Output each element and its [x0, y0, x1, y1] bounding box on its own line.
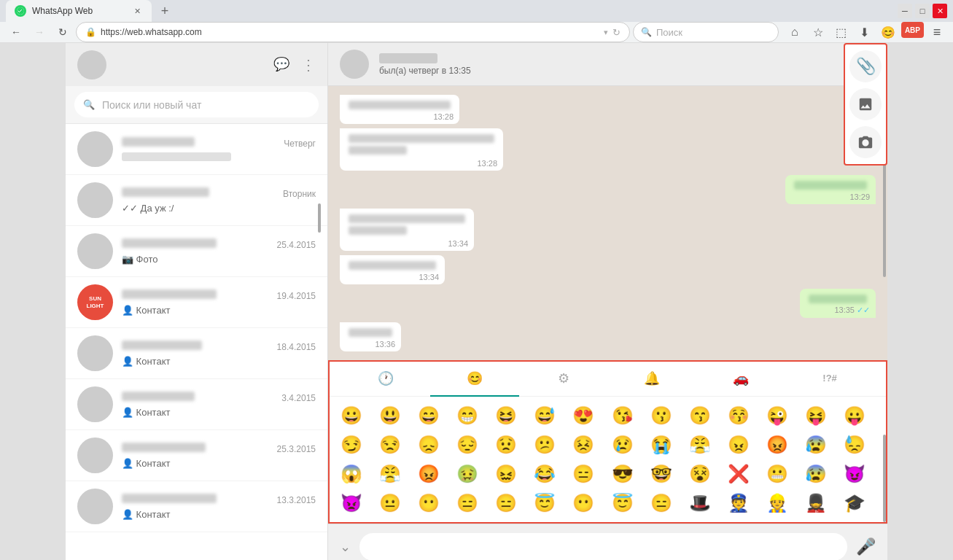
emoji-item[interactable]: 😣: [570, 432, 596, 458]
emoji-item[interactable]: 😬: [764, 461, 790, 487]
expand-icon[interactable]: ⌄: [340, 539, 351, 555]
emoji-item[interactable]: 😑: [454, 490, 481, 516]
emoji-item[interactable]: 😟: [493, 432, 519, 458]
emoji-item[interactable]: 😒: [377, 432, 403, 458]
emoji-item[interactable]: 🎓: [841, 490, 868, 516]
close-button[interactable]: ✕: [933, 4, 947, 18]
emoji-item[interactable]: 😓: [841, 432, 868, 458]
emoji-item[interactable]: 👿: [338, 490, 365, 516]
emoji-item[interactable]: 😅: [532, 402, 558, 429]
emoji-item[interactable]: 😠: [726, 432, 752, 458]
emoji-item[interactable]: 😁: [454, 402, 481, 429]
reload-button[interactable]: ↻: [52, 22, 73, 42]
emoji-item[interactable]: 😘: [610, 402, 636, 429]
reload-icon[interactable]: ↻: [612, 27, 621, 38]
emoji-item[interactable]: 😵: [687, 461, 713, 487]
adblock-button[interactable]: ABP: [901, 22, 924, 38]
emoji-item[interactable]: 😜: [764, 402, 790, 429]
emoji-item[interactable]: 😔: [454, 432, 481, 458]
emoji-item[interactable]: ❌: [726, 461, 752, 487]
maximize-button[interactable]: □: [915, 4, 930, 18]
list-item[interactable]: Четверг: [66, 124, 327, 175]
emoji-item[interactable]: 😝: [803, 402, 829, 429]
attach-camera-button[interactable]: [849, 126, 882, 158]
emoji-item[interactable]: 🤓: [648, 461, 674, 487]
back-button[interactable]: ←: [6, 22, 26, 42]
new-chat-icon[interactable]: 💬: [273, 56, 289, 74]
tab-nature[interactable]: 🔔: [607, 362, 696, 397]
emoji-item[interactable]: 😚: [726, 402, 752, 429]
menu-button[interactable]: ≡: [927, 22, 947, 42]
readerview-button[interactable]: ⬚: [831, 22, 852, 42]
emoji-item[interactable]: 😇: [610, 490, 636, 516]
emoji-item[interactable]: 😡: [764, 432, 790, 458]
attach-file-button[interactable]: 📎: [849, 50, 882, 82]
user-avatar[interactable]: [77, 50, 106, 79]
emoji-item[interactable]: 😑: [493, 490, 519, 516]
search-bar[interactable]: 🔍 Поиск: [633, 22, 779, 42]
emoji-item[interactable]: 😛: [841, 402, 868, 429]
emoji-item[interactable]: 😑: [570, 461, 596, 487]
tab-close-button[interactable]: ✕: [131, 5, 143, 17]
list-item[interactable]: Вторник ✓✓ Да уж :/: [66, 175, 327, 226]
list-item[interactable]: 25.4.2015 📷 Фото: [66, 226, 327, 277]
account-button[interactable]: 😊: [878, 22, 898, 42]
emoji-item[interactable]: 😇: [532, 490, 558, 516]
emoji-item[interactable]: 😆: [493, 402, 519, 429]
sidebar-scrollbar[interactable]: [318, 203, 321, 233]
list-item[interactable]: 13.3.2015 👤 Контакт: [66, 481, 327, 532]
attach-image-button[interactable]: [849, 88, 882, 120]
emoji-item[interactable]: 😖: [493, 461, 519, 487]
emoji-item[interactable]: 😎: [610, 461, 636, 487]
download-button[interactable]: ⬇: [855, 22, 875, 42]
tab-recent[interactable]: 🕐: [341, 362, 430, 397]
emoji-item[interactable]: 😢: [610, 432, 636, 458]
emoji-item[interactable]: 😄: [416, 402, 442, 429]
emoji-scrollbar[interactable]: [883, 435, 886, 522]
emoji-item[interactable]: 😞: [416, 432, 442, 458]
list-item[interactable]: 25.3.2015 👤 Контакт: [66, 430, 327, 481]
list-item[interactable]: 18.4.2015 👤 Контакт: [66, 328, 327, 379]
emoji-item[interactable]: 😕: [532, 432, 558, 458]
emoji-item[interactable]: 😏: [338, 432, 365, 458]
emoji-item[interactable]: 😤: [687, 432, 713, 458]
address-bar[interactable]: 🔒 https://web.whatsapp.com ▾ ↻: [76, 22, 630, 42]
emoji-item[interactable]: 👮: [726, 490, 752, 516]
emoji-item[interactable]: 😶: [416, 490, 442, 516]
emoji-item[interactable]: 😶: [570, 490, 596, 516]
chat-search-input[interactable]: 🔍 Поиск или новый чат: [74, 92, 319, 117]
emoji-item[interactable]: 🤢: [454, 461, 481, 487]
emoji-item[interactable]: 💂: [803, 490, 829, 516]
emoji-item[interactable]: 😰: [803, 461, 829, 487]
emoji-item[interactable]: 😐: [377, 490, 403, 516]
emoji-item[interactable]: 😰: [803, 432, 829, 458]
mic-button[interactable]: 🎤: [856, 537, 876, 556]
emoji-item[interactable]: 😈: [841, 461, 868, 487]
tab-settings[interactable]: ⚙: [519, 362, 608, 397]
emoji-item[interactable]: 😍: [570, 402, 596, 429]
new-tab-button[interactable]: +: [155, 1, 175, 21]
emoji-item[interactable]: 😗: [648, 402, 674, 429]
message-input[interactable]: [359, 533, 847, 561]
emoji-item[interactable]: 😃: [377, 402, 403, 429]
list-item[interactable]: 3.4.2015 👤 Контакт: [66, 379, 327, 430]
tab-symbols[interactable]: !?#: [785, 362, 874, 397]
tab-objects[interactable]: 🚗: [696, 362, 785, 397]
home-button[interactable]: ⌂: [785, 22, 805, 42]
tab-smileys[interactable]: 😊: [430, 362, 519, 397]
list-item[interactable]: SUNLIGHT 19.4.2015 👤 Контакт: [66, 277, 327, 328]
menu-icon[interactable]: ⋮: [301, 56, 316, 74]
emoji-item[interactable]: 😂: [532, 461, 558, 487]
bookmark-button[interactable]: ☆: [808, 22, 828, 42]
active-tab[interactable]: WhatsApp Web ✕: [6, 0, 152, 22]
minimize-button[interactable]: ─: [898, 4, 912, 18]
emoji-item[interactable]: 😤: [377, 461, 403, 487]
emoji-item[interactable]: 🎩: [687, 490, 713, 516]
emoji-item[interactable]: 😑: [648, 490, 674, 516]
emoji-item[interactable]: 😭: [648, 432, 674, 458]
emoji-item[interactable]: 😀: [338, 402, 365, 429]
emoji-item[interactable]: 😙: [687, 402, 713, 429]
forward-button[interactable]: →: [29, 22, 50, 42]
emoji-item[interactable]: 😱: [338, 461, 365, 487]
emoji-item[interactable]: 😡: [416, 461, 442, 487]
